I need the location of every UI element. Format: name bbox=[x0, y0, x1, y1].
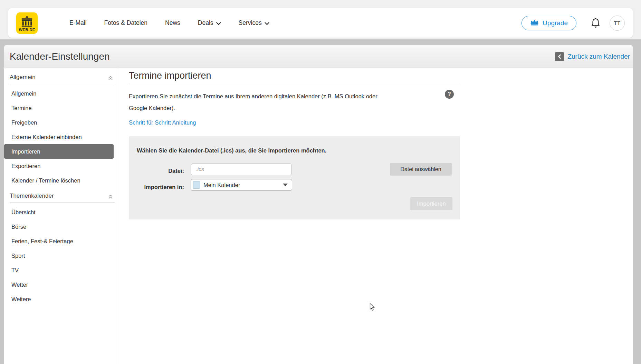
navbar-right-group: Upgrade TT bbox=[522, 16, 625, 31]
sidebar-item-uebersicht[interactable]: Übersicht bbox=[4, 205, 114, 219]
page-title: Kalender-Einstellungen bbox=[10, 51, 110, 62]
sidebar-item-tv[interactable]: TV bbox=[4, 263, 114, 277]
calendar-select-dropdown[interactable]: Mein Kalender bbox=[191, 179, 292, 191]
sidebar-item-sport[interactable]: Sport bbox=[4, 248, 114, 263]
content-heading: Termine importieren bbox=[129, 70, 460, 84]
sidebar-item-ferien-feiertage[interactable]: Ferien, Fest-& Feiertage bbox=[4, 234, 114, 248]
sidebar-item-importieren[interactable]: Importieren bbox=[4, 144, 114, 159]
settings-sidebar: Allgemein Allgemein Termine Freigeben Ex… bbox=[4, 68, 118, 364]
settings-title-bar: Kalender-Einstellungen Zurück zum Kalend… bbox=[4, 45, 633, 68]
import-description: Exportieren Sie zunächst die Termine aus… bbox=[129, 90, 391, 114]
ics-file-input[interactable] bbox=[191, 164, 292, 175]
logo-wordmark: WEB.DE bbox=[19, 28, 35, 32]
primary-navigation: E-Mail Fotos & Dateien News Deals Servic… bbox=[69, 19, 269, 27]
back-to-calendar-link[interactable]: Zurück zum Kalender bbox=[555, 52, 630, 61]
help-icon[interactable]: ? bbox=[445, 90, 454, 99]
sidebar-item-freigeben[interactable]: Freigeben bbox=[4, 115, 114, 130]
sidebar-item-allgemein[interactable]: Allgemein bbox=[4, 86, 114, 101]
sidebar-section-themenkalender: Themenkalender bbox=[10, 193, 115, 203]
bell-icon[interactable] bbox=[591, 18, 601, 28]
sidebar-item-weitere[interactable]: Weitere bbox=[4, 292, 114, 306]
sidebar-item-kalender-termine-loeschen[interactable]: Kalender / Termine löschen bbox=[4, 173, 114, 188]
settings-panel: Kalender-Einstellungen Zurück zum Kalend… bbox=[4, 45, 633, 364]
sidebar-item-termine[interactable]: Termine bbox=[4, 101, 114, 115]
sidebar-item-boerse[interactable]: Börse bbox=[4, 219, 114, 234]
top-navbar: WEB.DE E-Mail Fotos & Dateien News Deals… bbox=[8, 8, 633, 38]
choose-file-button[interactable]: Datei auswählen bbox=[390, 163, 452, 176]
sidebar-section-allgemein: Allgemein bbox=[10, 74, 115, 84]
nav-item-news[interactable]: News bbox=[165, 19, 180, 27]
collapse-section-icon[interactable] bbox=[108, 75, 113, 82]
file-field-label: Datei: bbox=[129, 167, 184, 174]
calendar-color-swatch bbox=[193, 181, 200, 189]
sidebar-list-allgemein: Allgemein Termine Freigeben Externe Kale… bbox=[4, 86, 118, 188]
import-target-label: Importieren in: bbox=[129, 184, 184, 190]
nav-item-deals[interactable]: Deals bbox=[198, 19, 221, 27]
nav-item-services[interactable]: Services bbox=[239, 19, 269, 27]
brandenburg-gate-icon bbox=[21, 16, 33, 28]
selected-calendar-name: Mein Kalender bbox=[203, 182, 283, 188]
nav-item-fotos-dateien[interactable]: Fotos & Dateien bbox=[104, 19, 147, 27]
sidebar-item-wetter[interactable]: Wetter bbox=[4, 277, 114, 292]
sidebar-list-themenkalender: Übersicht Börse Ferien, Fest-& Feiertage… bbox=[4, 205, 118, 306]
crown-icon bbox=[530, 19, 539, 27]
webde-logo[interactable]: WEB.DE bbox=[16, 12, 38, 34]
back-chevron-icon bbox=[555, 52, 564, 61]
avatar[interactable]: TT bbox=[610, 16, 625, 31]
chevron-down-icon bbox=[265, 20, 269, 27]
import-form-box: Wählen Sie die Kalender-Datei (.ics) aus… bbox=[129, 136, 460, 219]
sidebar-item-exportieren[interactable]: Exportieren bbox=[4, 159, 114, 173]
step-by-step-guide-link[interactable]: Schritt für Schritt Anleitung bbox=[129, 119, 196, 126]
import-button[interactable]: Importieren bbox=[410, 197, 452, 210]
upgrade-button[interactable]: Upgrade bbox=[522, 16, 576, 30]
chevron-down-icon bbox=[216, 20, 221, 27]
file-select-prompt: Wählen Sie die Kalender-Datei (.ics) aus… bbox=[137, 147, 326, 154]
sidebar-item-externe-kalender[interactable]: Externe Kalender einbinden bbox=[4, 130, 114, 144]
import-settings-content: Termine importieren Exportieren Sie zunä… bbox=[125, 68, 491, 219]
collapse-section-icon[interactable] bbox=[108, 194, 113, 201]
dropdown-caret-icon bbox=[283, 184, 288, 186]
nav-item-email[interactable]: E-Mail bbox=[69, 19, 87, 27]
